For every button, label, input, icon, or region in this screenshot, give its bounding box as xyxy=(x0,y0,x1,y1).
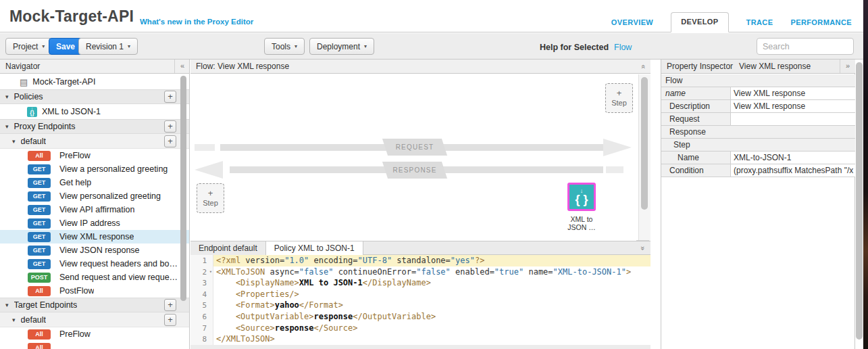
inspector-property-value[interactable]: XML-to-JSON-1 xyxy=(731,152,855,164)
code-line[interactable]: 8</XMLToJSON> xyxy=(190,333,650,345)
nav-row-policies[interactable]: ▾Policies+ xyxy=(0,89,190,104)
collapse-up-icon[interactable]: « xyxy=(636,59,650,74)
inspector-property-value[interactable]: View XML response xyxy=(731,100,855,112)
response-arrowhead-icon xyxy=(195,161,223,179)
tab-performance[interactable]: PERFORMANCE xyxy=(790,14,852,32)
whats-new-link[interactable]: What's new in the Proxy Editor xyxy=(140,18,253,26)
save-button[interactable]: Save xyxy=(49,38,82,55)
tab-develop[interactable]: DEVELOP xyxy=(671,12,728,32)
nav-row-view-json-response[interactable]: GETView JSON response xyxy=(0,243,190,257)
inspector-title: Property Inspector xyxy=(661,62,733,71)
flow-scrollbar-thumb[interactable] xyxy=(641,77,648,210)
tools-dropdown[interactable]: Tools ▾ xyxy=(264,38,305,55)
expand-panel-icon[interactable]: » xyxy=(840,60,855,73)
policy-node-label-line1: XML to xyxy=(555,215,609,223)
code-token: </DisplayName> xyxy=(363,278,431,287)
add-step-button-request[interactable]: + Step xyxy=(605,83,633,113)
method-badge: GET xyxy=(28,246,51,256)
navigator-scrollbar[interactable] xyxy=(180,76,186,301)
add-button[interactable]: + xyxy=(164,314,176,326)
code-line[interactable]: 7 <Source>response</Source> xyxy=(190,323,650,334)
nav-row-view-xml-response[interactable]: GETView XML response xyxy=(0,230,190,243)
xml-to-json-policy-node[interactable]: ↓ { } xyxy=(567,183,596,211)
nav-row-get-help[interactable]: GETGet help xyxy=(0,176,190,189)
nav-row-postflow[interactable]: AllPostFlow xyxy=(0,284,190,298)
deployment-dropdown[interactable]: Deployment ▾ xyxy=(309,38,374,55)
tab-trace[interactable]: TRACE xyxy=(746,14,773,32)
inspector-row-request: Request xyxy=(661,113,855,126)
code-token: <Source> xyxy=(216,323,275,333)
code-text: <DisplayName>XML to JSON-1</DisplayName> xyxy=(213,277,650,289)
inspector-property-value[interactable]: (proxy.pathsuffix MatchesPath "/x xyxy=(731,164,855,177)
nav-row-view-api-affirmation[interactable]: GETView API affirmation xyxy=(0,203,190,216)
inspector-property-value[interactable]: View XML response xyxy=(731,87,855,99)
method-badge: GET xyxy=(28,205,51,215)
method-badge: GET xyxy=(28,218,51,229)
project-dropdown[interactable]: Project ▾ xyxy=(5,38,52,55)
nav-row-label: View IP address xyxy=(59,218,120,228)
add-button[interactable]: + xyxy=(164,135,176,147)
code-token: version= xyxy=(245,256,284,265)
line-gutter: 1 xyxy=(190,255,213,266)
nav-row-view-ip-address[interactable]: GETView IP address xyxy=(0,216,190,230)
inspector-header: Property InspectorView XML response » xyxy=(661,60,855,74)
editor-tab-endpoint-default[interactable]: Endpoint default xyxy=(190,241,266,255)
inspector-property-label: Name xyxy=(661,152,731,164)
inspector-row-condition: Condition(proxy.pathsuffix MatchesPath "… xyxy=(661,164,855,177)
collapse-down-icon[interactable]: » xyxy=(636,240,649,256)
add-button[interactable]: + xyxy=(164,299,176,311)
window-scrollbar-thumb[interactable] xyxy=(856,62,863,340)
inspector-property-label: Request xyxy=(661,113,731,125)
nav-row-label: default xyxy=(21,137,47,146)
code-line[interactable]: 6 <OutputVariable>response</OutputVariab… xyxy=(190,311,650,323)
add-button[interactable]: + xyxy=(164,91,176,103)
nav-row-preflow[interactable]: AllPreFlow xyxy=(0,327,190,341)
code-line[interactable]: 1<?xml version="1.0" encoding="UTF-8" st… xyxy=(190,255,650,266)
inspector-section-label: Flow xyxy=(661,76,682,85)
nav-row-label: default xyxy=(21,315,47,325)
policy-node-label-line2: JSON … xyxy=(555,223,609,231)
code-token: "false" xyxy=(299,267,334,277)
nav-row-view-personalized-greeting[interactable]: GETView personalized greeting xyxy=(0,189,190,203)
nav-row-preflow[interactable]: AllPreFlow xyxy=(0,149,190,162)
inspector-property-label: Description xyxy=(661,100,731,112)
nav-row-view-request-headers-and-bo[interactable]: GETView request headers and bo… xyxy=(0,257,190,271)
line-number: 4 xyxy=(190,289,207,301)
inspector-row-name: nameView XML response xyxy=(661,87,855,100)
code-token: "UTF-8" xyxy=(358,256,392,265)
fold-arrow-icon[interactable]: ▾ xyxy=(209,266,212,278)
code-line[interactable]: 5 <Format>yahoo</Format> xyxy=(190,300,650,311)
code-line[interactable]: 3 <DisplayName>XML to JSON-1</DisplayNam… xyxy=(190,277,650,289)
flow-scrollbar-track[interactable] xyxy=(638,74,650,241)
nav-row-default[interactable]: ▾default+ xyxy=(0,134,190,149)
nav-row-proxy-endpoints[interactable]: ▾Proxy Endpoints+ xyxy=(0,119,190,134)
nav-row-item[interactable]: All xyxy=(0,341,190,349)
code-text: <?xml version="1.0" encoding="UTF-8" sta… xyxy=(213,255,650,266)
nav-row-view-a-personalized-greeting[interactable]: GETView a personalized greeting xyxy=(0,162,190,176)
triangle-down-icon: ▾ xyxy=(12,138,16,145)
nav-row-default[interactable]: ▾default+ xyxy=(0,312,190,327)
nav-row-send-request-and-view-reque[interactable]: POSTSend request and view reque… xyxy=(0,271,190,284)
nav-row-xml-to-json-1[interactable]: ↓{}XML to JSON-1 xyxy=(0,104,190,119)
request-line-segment xyxy=(195,144,215,151)
inspector-property-label: name xyxy=(661,87,731,99)
add-step-button-response[interactable]: + Step xyxy=(197,183,224,213)
nav-row-mock-target-api[interactable]: ▤Mock-Target-API xyxy=(0,74,190,89)
revision-dropdown-label: Revision 1 xyxy=(86,42,124,51)
code-line[interactable]: 2▾<XMLToJSON async="false" continueOnErr… xyxy=(190,266,650,278)
revision-dropdown[interactable]: Revision 1 ▾ xyxy=(78,38,138,55)
help-flow-link[interactable]: Flow xyxy=(614,43,632,52)
desktop-background-edge xyxy=(863,0,868,349)
code-line[interactable]: 4 <Properties/> xyxy=(190,289,650,300)
editor-tab-policy-xml-to-json-1[interactable]: Policy XML to JSON-1 xyxy=(266,241,363,256)
collapse-panel-icon[interactable]: « xyxy=(174,60,190,73)
nav-row-target-endpoints[interactable]: ▾Target Endpoints+ xyxy=(0,298,190,312)
tab-overview[interactable]: OVERVIEW xyxy=(611,14,653,32)
method-badge: GET xyxy=(28,259,51,269)
inspector-property-value[interactable] xyxy=(731,113,855,125)
code-text: <Format>yahoo</Format> xyxy=(213,300,650,311)
search-input[interactable] xyxy=(757,38,854,55)
add-button[interactable]: + xyxy=(164,120,176,133)
code-area[interactable]: 1<?xml version="1.0" encoding="UTF-8" st… xyxy=(190,255,650,345)
flow-title: Flow: View XML response xyxy=(190,62,289,71)
